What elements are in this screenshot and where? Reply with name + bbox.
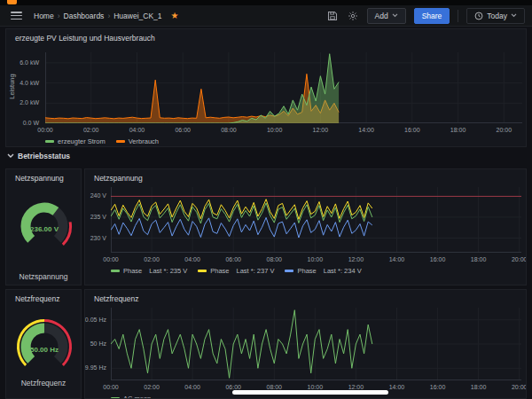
x-tick-label: 08:00 <box>258 384 290 390</box>
legend-swatch <box>111 270 120 272</box>
x-tick-label: 02:00 <box>136 384 168 390</box>
x-axis-ticks: 00:0002:0004:0006:0008:0010:0012:0014:00… <box>111 256 521 265</box>
x-tick-label: 14:00 <box>380 256 412 262</box>
add-button-label: Add <box>375 12 388 20</box>
chevron-down-icon <box>392 13 398 18</box>
add-button[interactable]: Add <box>367 8 406 24</box>
x-tick-label: 00:00 <box>95 256 127 262</box>
legend-item[interactable]: erzeugter Strom <box>45 137 106 145</box>
panel-title[interactable]: erzeugte PV Leistung und Hausverbrauch <box>15 34 155 43</box>
x-axis-ticks: 00:0002:0004:0006:0008:0010:0012:0014:00… <box>45 127 522 136</box>
panel-netzspannung-gauge: Netzspannung 236.00 V Netzspannung <box>5 168 82 286</box>
horizontal-scrollbar[interactable] <box>232 390 388 395</box>
x-tick-label: 18:00 <box>463 384 495 390</box>
section-betriebsstatus[interactable]: Betriebsstatus <box>7 150 70 162</box>
x-tick-label: 18:00 <box>463 256 495 262</box>
menu-icon[interactable] <box>11 12 22 20</box>
y-tick-label: 49.95 Hz <box>84 364 106 371</box>
legend-item[interactable]: PhaseLast *: 235 V <box>111 267 187 275</box>
panel-title[interactable]: Netzfrequenz <box>94 294 139 303</box>
netzfrequenz-plot-area[interactable] <box>111 308 521 380</box>
x-tick-label: 04:00 <box>176 384 208 390</box>
y-tick-label: 4.0 kW <box>20 80 39 86</box>
y-tick-label: 240 V <box>90 192 106 199</box>
x-tick-label: 04:00 <box>176 256 208 262</box>
legend-swatch <box>285 270 293 272</box>
x-tick-label: 20:00 <box>488 127 520 133</box>
x-tick-label: 12:00 <box>304 127 336 133</box>
y-tick-label: 50.05 Hz <box>84 317 106 323</box>
legend: PhaseLast *: 235 VPhaseLast *: 237 VPhas… <box>111 267 362 275</box>
y-axis-ticks: 230 V235 V240 V <box>85 187 109 253</box>
chevron-down-icon <box>511 13 517 18</box>
x-tick-label: 02:00 <box>136 256 168 262</box>
panel-title[interactable]: Netzspannung <box>15 174 64 183</box>
x-tick-label: 12:00 <box>340 384 372 390</box>
legend-series-name: AC.mean <box>123 395 151 399</box>
panel-netzfrequenz-chart: Netzfrequenz 49.95 Hz50 Hz50.05 Hz 00:00… <box>84 289 527 399</box>
favorite-star-icon[interactable]: ★ <box>171 11 179 20</box>
x-tick-label: 10:00 <box>299 256 331 262</box>
legend-series-name: Verbrauch <box>129 137 159 145</box>
time-range-label: Today <box>487 12 507 20</box>
legend-item[interactable]: PhaseLast *: 234 V <box>285 267 361 275</box>
y-tick-label: 235 V <box>90 214 106 220</box>
y-tick-label: 0.0 W <box>23 120 39 126</box>
grafana-logo <box>7 0 17 4</box>
navbar-actions: Add Share Today <box>326 8 526 24</box>
legend: erzeugter StromVerbrauch <box>45 137 159 145</box>
legend-series-name: erzeugter Strom <box>58 137 106 145</box>
y-tick-label: 6.0 kW <box>20 59 39 66</box>
time-range-picker[interactable]: Today <box>466 8 525 24</box>
grafana-dashboard: Home › Dashboards › Huawei_CK_1 ★ Add Sh… <box>0 0 532 399</box>
share-button-label: Share <box>422 12 442 20</box>
save-icon[interactable] <box>326 10 339 22</box>
x-tick-label: 06:00 <box>217 256 249 262</box>
x-tick-label: 02:00 <box>75 127 107 133</box>
gauge-label: Netzspannung <box>6 272 81 281</box>
x-tick-label: 00:00 <box>95 384 127 390</box>
x-tick-label: 16:00 <box>422 256 454 262</box>
y-axis-ticks: 0.0 W2.0 kW4.0 kW6.0 kW <box>6 52 42 123</box>
x-tick-label: 10:00 <box>299 384 331 390</box>
breadcrumb-dashboards[interactable]: Dashboards <box>64 12 105 20</box>
pv-plot-area[interactable] <box>45 52 522 123</box>
legend: AC.mean <box>111 395 151 399</box>
gear-icon[interactable] <box>347 10 359 22</box>
panel-title[interactable]: Netzfrequenz <box>15 294 60 303</box>
breadcrumb-separator: › <box>58 12 60 20</box>
x-tick-label: 12:00 <box>340 256 372 262</box>
x-tick-label: 20:00 <box>504 256 527 262</box>
breadcrumb-home[interactable]: Home <box>34 12 54 20</box>
breadcrumb-current[interactable]: Huawei_CK_1 <box>113 12 161 20</box>
legend-item[interactable]: Verbrauch <box>116 137 159 145</box>
x-tick-label: 04:00 <box>121 127 153 133</box>
divider <box>458 10 458 22</box>
legend-swatch <box>198 270 207 272</box>
x-tick-label: 18:00 <box>442 127 474 133</box>
x-tick-label: 08:00 <box>258 256 290 262</box>
legend-swatch <box>45 140 54 143</box>
breadcrumb-separator: › <box>107 12 110 20</box>
share-button[interactable]: Share <box>414 8 450 24</box>
netzspannung-plot-area[interactable] <box>111 187 521 253</box>
legend-item[interactable]: PhaseLast *: 237 V <box>198 267 274 275</box>
x-tick-label: 14:00 <box>380 384 412 390</box>
y-axis-ticks: 49.95 Hz50 Hz50.05 Hz <box>85 308 109 380</box>
gauge-value: 236.00 V <box>30 225 59 233</box>
clock-icon <box>474 12 483 20</box>
y-tick-label: 50 Hz <box>90 340 106 347</box>
x-tick-label: 06:00 <box>217 384 249 390</box>
panel-title[interactable]: Netzspannung <box>94 174 143 183</box>
legend-item[interactable]: AC.mean <box>111 395 151 399</box>
chevron-down-icon <box>7 153 14 159</box>
x-tick-label: 06:00 <box>167 127 199 133</box>
x-tick-label: 14:00 <box>350 127 382 133</box>
legend-series-name: Phase <box>123 267 142 275</box>
netzfrequenz-gauge: 50.00 Hz <box>11 315 78 373</box>
y-tick-label: 230 V <box>90 235 106 241</box>
gauge-value: 50.00 Hz <box>30 346 59 354</box>
x-tick-label: 20:00 <box>504 384 527 390</box>
legend-series-value: Last *: 237 V <box>237 267 275 275</box>
panel-netzspannung-chart: Netzspannung 230 V235 V240 V 00:0002:000… <box>84 168 527 286</box>
